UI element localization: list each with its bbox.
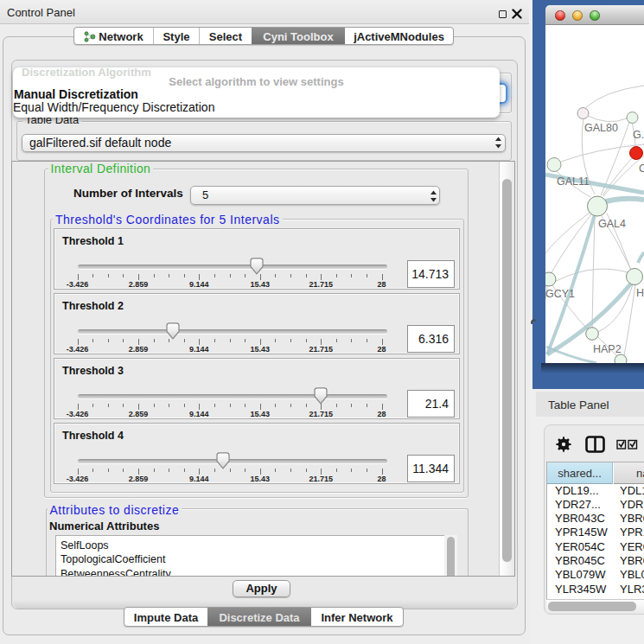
svg-text:C: C [639, 163, 644, 175]
svg-text:H: H [636, 287, 644, 299]
svg-text:GAL4: GAL4 [598, 218, 626, 230]
svg-text:G.: G. [633, 129, 644, 141]
svg-text:GAL11: GAL11 [557, 175, 590, 188]
svg-text:GAL80: GAL80 [584, 122, 618, 134]
svg-text:HAP2: HAP2 [593, 343, 622, 355]
svg-text:GCY1: GCY1 [545, 288, 575, 300]
